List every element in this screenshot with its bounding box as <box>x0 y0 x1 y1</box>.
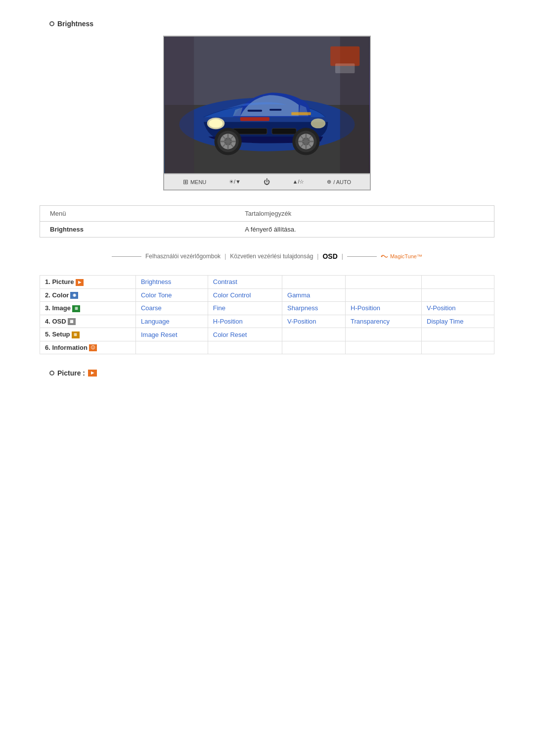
osd-row-4-col-4[interactable]: Transparency <box>346 315 422 328</box>
osd-row-2-col-2[interactable]: Color Control <box>208 288 282 302</box>
osd-row-2-col-5 <box>422 288 494 302</box>
nav-link-user-controls[interactable]: Felhasználói vezérlőgombok <box>145 253 221 260</box>
osd-menu-row-2: 2. Color◉Color ToneColor ControlGamma <box>40 288 494 302</box>
nav-magictune: MagicTune™ <box>381 253 422 259</box>
svg-rect-28 <box>291 112 311 115</box>
row-label-text: 6. Information <box>45 344 88 351</box>
menu-button-group: ⊞ MENU <box>183 178 206 186</box>
osd-menu-row-4: 4. OSD▦LanguageH-PositionV-PositionTrans… <box>40 315 494 328</box>
osd-row-3-col-5[interactable]: V-Position <box>422 302 494 315</box>
auto-icon: ⊕ <box>327 179 331 185</box>
row-label-text: 2. Color <box>45 291 69 299</box>
picture-icon: ▶ <box>88 370 97 377</box>
row-icon-5: ⊞ <box>72 331 80 338</box>
col2-header: Tartalomjegyzék <box>235 206 494 222</box>
monitor-buttons: ⊞ MENU ☀/▼ ⏻ ▲/☆ ⊕ / AUTO <box>163 174 371 190</box>
osd-row-3-col-2[interactable]: Fine <box>208 302 282 315</box>
picture-circle-icon <box>49 371 54 376</box>
monitor-container: ⊞ MENU ☀/▼ ⏻ ▲/☆ ⊕ / AUTO <box>40 36 494 190</box>
osd-row-label-1: 1. Picture▶ <box>40 276 136 289</box>
osd-row-5-col-2[interactable]: Color Reset <box>208 328 282 341</box>
osd-link-brightness[interactable]: Brightness <box>141 278 171 285</box>
osd-row-4-col-5[interactable]: Display Time <box>422 315 494 328</box>
nav-sep-1: | <box>224 253 226 260</box>
osd-row-6-col-5 <box>422 341 494 354</box>
navigation-bar: Felhasználói vezérlőgombok | Közvetlen v… <box>40 252 494 260</box>
osd-link-v-position[interactable]: V-Position <box>427 304 456 312</box>
arrow-button-group: ▲/☆ <box>293 179 305 185</box>
osd-row-2-col-1[interactable]: Color Tone <box>135 288 208 302</box>
info-table: Menü Tartalomjegyzék Brightness A fényer… <box>40 206 494 237</box>
osd-link-transparency[interactable]: Transparency <box>351 318 390 325</box>
picture-heading-text: Picture : <box>57 369 85 377</box>
svg-rect-9 <box>248 110 263 112</box>
osd-link-sharpness[interactable]: Sharpness <box>287 304 318 312</box>
osd-row-5-col-4 <box>346 328 422 341</box>
svg-point-33 <box>381 256 382 257</box>
osd-menu-row-1: 1. Picture▶BrightnessContrast <box>40 276 494 289</box>
power-icon: ⏻ <box>264 178 270 186</box>
brightness-button-group: ☀/▼ <box>229 179 241 185</box>
osd-row-6-col-2 <box>208 341 282 354</box>
brightness-title: Brightness <box>57 20 93 28</box>
menu-icon: ⊞ <box>183 178 188 186</box>
osd-row-label-2: 2. Color◉ <box>40 288 136 302</box>
osd-row-6-col-3 <box>282 341 346 354</box>
osd-link-gamma[interactable]: Gamma <box>287 291 310 299</box>
osd-row-5-col-5 <box>422 328 494 341</box>
osd-row-3-col-3[interactable]: Sharpness <box>282 302 346 315</box>
osd-row-1-col-5 <box>422 276 494 289</box>
osd-row-2-col-4 <box>346 288 422 302</box>
picture-heading: Picture : ▶ <box>49 369 494 377</box>
osd-link-color-control[interactable]: Color Control <box>213 291 251 299</box>
osd-link-v-position[interactable]: V-Position <box>287 318 316 325</box>
osd-row-5-col-3 <box>282 328 346 341</box>
brightness-heading: Brightness <box>49 20 494 28</box>
osd-row-label-4: 4. OSD▦ <box>40 315 136 328</box>
nav-link-direct-control[interactable]: Közvetlen vezérlési tulajdonság <box>230 253 313 260</box>
osd-link-h-position[interactable]: H-Position <box>213 318 243 325</box>
row1-value: A fényerő állítása. <box>235 222 494 237</box>
osd-row-5-col-1[interactable]: Image Reset <box>135 328 208 341</box>
osd-row-4-col-1[interactable]: Language <box>135 315 208 328</box>
osd-link-color-reset[interactable]: Color Reset <box>213 331 247 338</box>
osd-link-display-time[interactable]: Display Time <box>427 318 463 325</box>
nav-sep-2: | <box>317 253 318 260</box>
osd-link-coarse[interactable]: Coarse <box>141 304 162 312</box>
svg-point-7 <box>209 119 223 128</box>
svg-rect-29 <box>165 37 194 173</box>
osd-row-label-3: 3. Image⊞ <box>40 302 136 315</box>
menu-label: MENU <box>190 179 206 185</box>
row-icon-2: ◉ <box>70 292 78 299</box>
arrow-label: ▲/☆ <box>293 179 305 185</box>
osd-row-6-col-4 <box>346 341 422 354</box>
osd-link-contrast[interactable]: Contrast <box>213 278 237 285</box>
osd-link-language[interactable]: Language <box>141 318 170 325</box>
osd-row-2-col-3[interactable]: Gamma <box>282 288 346 302</box>
nav-line-left <box>112 256 141 257</box>
col1-header: Menü <box>40 206 235 222</box>
osd-menu-row-6: 6. Informationⓘ <box>40 341 494 354</box>
osd-row-1-col-2[interactable]: Contrast <box>208 276 282 289</box>
auto-button-group: ⊕ / AUTO <box>327 179 351 185</box>
row-label-text: 4. OSD <box>45 318 66 325</box>
nav-line-right <box>347 256 377 257</box>
osd-link-h-position[interactable]: H-Position <box>351 304 380 312</box>
osd-link-fine[interactable]: Fine <box>213 304 225 312</box>
osd-row-3-col-4[interactable]: H-Position <box>346 302 422 315</box>
osd-row-4-col-2[interactable]: H-Position <box>208 315 282 328</box>
osd-link-image-reset[interactable]: Image Reset <box>141 331 178 338</box>
row1-label: Brightness <box>40 222 235 237</box>
row-label-text: 3. Image <box>45 304 71 312</box>
osd-row-1-col-3 <box>282 276 346 289</box>
osd-menu-table: 1. Picture▶BrightnessContrast2. Color◉Co… <box>40 275 494 354</box>
row-icon-3: ⊞ <box>72 305 80 312</box>
magictune-icon <box>381 253 389 259</box>
power-button-group: ⏻ <box>264 178 270 186</box>
osd-link-color-tone[interactable]: Color Tone <box>141 291 172 299</box>
osd-row-1-col-1[interactable]: Brightness <box>135 276 208 289</box>
monitor-screen <box>163 36 371 174</box>
osd-row-4-col-3[interactable]: V-Position <box>282 315 346 328</box>
auto-label: / AUTO <box>333 179 351 185</box>
osd-row-3-col-1[interactable]: Coarse <box>135 302 208 315</box>
